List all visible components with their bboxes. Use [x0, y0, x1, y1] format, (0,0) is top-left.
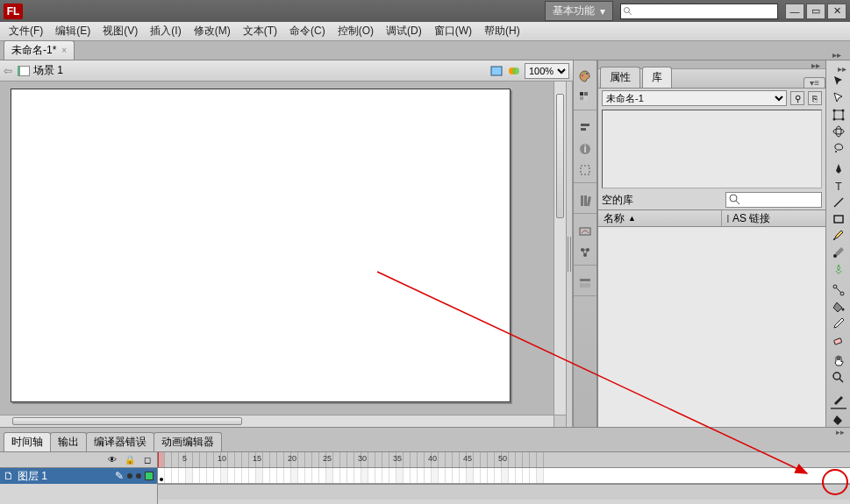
color-palette-icon[interactable] [576, 67, 594, 85]
layer-row[interactable]: 🗋图层 1 ✎ [0, 468, 157, 484]
deco-tool[interactable] [829, 261, 848, 277]
svg-point-38 [835, 151, 837, 153]
motion-presets-icon[interactable] [576, 223, 594, 240]
tools-collapse-icon[interactable]: ▸▸ [826, 64, 850, 73]
svg-rect-31 [834, 110, 843, 119]
outline-header-icon[interactable]: ◻ [141, 455, 154, 465]
lock-dot[interactable] [136, 473, 141, 479]
hand-tool[interactable] [829, 353, 848, 369]
library-search-input[interactable] [742, 195, 812, 205]
help-search[interactable] [620, 4, 778, 19]
info-icon[interactable]: i [576, 140, 594, 158]
menu-edit[interactable]: 编辑(E) [50, 22, 96, 40]
lasso-tool[interactable] [829, 140, 848, 156]
frame-ruler[interactable] [158, 452, 850, 468]
library-col-name[interactable]: 名称▲ [598, 210, 722, 226]
menu-window[interactable]: 窗口(W) [429, 22, 477, 40]
workspace-label: 基本功能 [553, 4, 595, 18]
scene-label: 场景 1 [33, 63, 63, 78]
svg-line-40 [834, 198, 843, 207]
zoom-select[interactable]: 100% [525, 63, 569, 79]
tab-motion-editor[interactable]: 动画编辑器 [154, 432, 222, 451]
pen-tool[interactable] [829, 161, 848, 177]
svg-point-42 [833, 254, 837, 258]
help-search-input[interactable] [633, 6, 775, 17]
svg-point-6 [583, 72, 585, 74]
lock-header-icon[interactable]: 🔒 [124, 455, 136, 465]
tab-compiler-errors[interactable]: 编译器错误 [86, 432, 154, 451]
menu-modify[interactable]: 修改(M) [189, 22, 236, 40]
line-tool[interactable] [829, 195, 848, 210]
vertical-scrollbar[interactable] [554, 82, 566, 415]
menu-text[interactable]: 文本(T) [238, 22, 282, 40]
bone-tool[interactable] [829, 282, 848, 298]
close-tab-icon[interactable]: × [61, 46, 67, 55]
eyedropper-tool[interactable] [829, 316, 848, 331]
panel-collapse-grip[interactable] [566, 82, 573, 427]
svg-rect-19 [587, 196, 591, 206]
selection-tool[interactable] [829, 74, 848, 89]
nav-back-icon[interactable]: ⇦ [4, 65, 12, 77]
library-dock-icon[interactable] [576, 192, 594, 209]
visibility-dot[interactable] [127, 473, 132, 479]
scene-breadcrumb[interactable]: 场景 1 [18, 63, 63, 78]
stage[interactable] [11, 89, 511, 402]
outline-swatch[interactable] [145, 472, 154, 480]
frame-track[interactable] [158, 468, 850, 484]
workspace-switcher[interactable]: 基本功能 ▾ [545, 1, 613, 21]
maximize-button[interactable]: ▭ [806, 4, 825, 19]
expand-icon[interactable]: ▸▸ [832, 50, 846, 60]
minimize-button[interactable]: — [785, 4, 804, 19]
layer-active-icon: ✎ [115, 470, 124, 482]
horizontal-scrollbar[interactable] [0, 415, 554, 427]
3d-rotation-tool[interactable] [829, 124, 848, 139]
menu-control[interactable]: 控制(O) [332, 22, 379, 40]
stroke-color-icon[interactable] [829, 391, 848, 407]
library-list[interactable] [598, 227, 825, 427]
eraser-tool[interactable] [829, 332, 848, 348]
menu-view[interactable]: 视图(V) [97, 22, 143, 40]
brush-tool[interactable] [829, 245, 848, 260]
panel-menu-icon[interactable]: ▾≡ [804, 77, 825, 88]
fill-color-icon[interactable] [829, 412, 848, 428]
text-tool[interactable]: T [829, 178, 848, 194]
menu-file[interactable]: 文件(F) [4, 22, 48, 40]
stage-viewport[interactable] [0, 82, 566, 427]
transform-icon[interactable] [576, 161, 594, 179]
properties-dock-icon[interactable] [576, 274, 594, 292]
library-doc-select[interactable]: 未命名-1 [602, 90, 787, 106]
project-icon[interactable] [576, 244, 594, 261]
close-button[interactable]: ✕ [827, 4, 846, 19]
scroll-corner [554, 415, 566, 427]
svg-point-37 [836, 126, 841, 137]
edit-scene-icon[interactable] [489, 64, 504, 78]
library-search[interactable] [725, 192, 822, 208]
stroke-color-swatch[interactable] [831, 408, 846, 409]
zoom-tool[interactable] [829, 370, 848, 386]
swatches-icon[interactable] [576, 89, 594, 106]
rectangle-tool[interactable] [829, 211, 848, 227]
menu-insert[interactable]: 插入(I) [145, 22, 186, 40]
visibility-header-icon[interactable]: 👁 [106, 455, 118, 465]
subselection-tool[interactable] [829, 90, 848, 106]
new-library-icon[interactable]: ⎘ [808, 91, 822, 105]
free-transform-tool[interactable] [829, 107, 848, 123]
menu-help[interactable]: 帮助(H) [479, 22, 525, 40]
tab-library[interactable]: 库 [642, 67, 672, 88]
library-col-link[interactable]: |AS 链接 [722, 210, 825, 226]
pencil-tool[interactable] [829, 228, 848, 244]
svg-point-5 [582, 75, 583, 76]
menu-commands[interactable]: 命令(C) [284, 22, 331, 40]
svg-point-35 [841, 118, 844, 121]
tab-output[interactable]: 输出 [50, 432, 87, 451]
svg-point-36 [833, 129, 844, 134]
tab-properties[interactable]: 属性 [600, 67, 640, 88]
svg-rect-18 [584, 195, 587, 206]
paint-bucket-tool[interactable] [829, 299, 848, 315]
menu-debug[interactable]: 调试(D) [381, 22, 427, 40]
align-icon[interactable] [576, 119, 594, 137]
tab-timeline[interactable]: 时间轴 [4, 432, 51, 451]
pin-library-icon[interactable]: ⚲ [790, 91, 804, 105]
document-tab[interactable]: 未命名-1* × [4, 40, 75, 60]
edit-symbol-icon[interactable] [507, 64, 521, 78]
